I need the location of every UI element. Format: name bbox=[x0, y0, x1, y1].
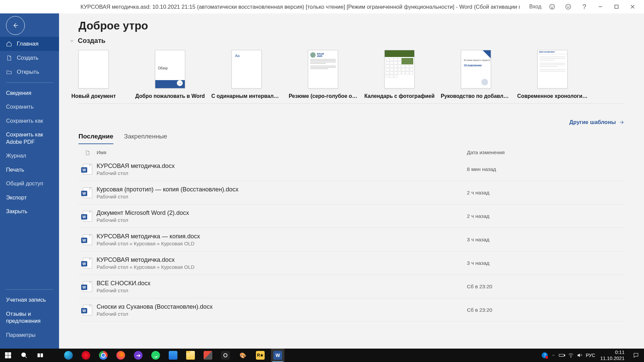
app-whatsapp[interactable] bbox=[149, 349, 162, 362]
titlebar: КУРСОВАЯ методичка.asd: 10.10.2021 21:15… bbox=[0, 0, 644, 13]
app-explorer[interactable] bbox=[184, 349, 197, 362]
file-info: КУРСОВАЯ методичка.docx Рабочий стол bbox=[97, 163, 467, 176]
file-name: КУРСОВАЯ методичка.docx bbox=[97, 163, 467, 170]
app-paint[interactable]: 🎨 bbox=[236, 349, 250, 362]
file-path: Рабочий стол bbox=[97, 217, 467, 223]
face-happy-icon[interactable] bbox=[544, 0, 560, 13]
nav-options[interactable]: Параметры bbox=[0, 328, 59, 342]
minimize-button[interactable] bbox=[592, 0, 608, 13]
tray-volume-icon[interactable] bbox=[575, 349, 584, 362]
app-firefox[interactable] bbox=[114, 349, 127, 362]
chevron-down-icon bbox=[69, 38, 74, 44]
file-icon bbox=[78, 164, 97, 175]
template-thumb bbox=[384, 50, 415, 88]
tray-help-icon[interactable]: ? bbox=[540, 349, 549, 362]
tray-lang[interactable]: РУС bbox=[584, 349, 597, 362]
file-row[interactable]: Сноски из Суханова (Восстановлен).docx Р… bbox=[78, 298, 625, 322]
col-date[interactable]: Дата изменения bbox=[467, 149, 625, 156]
file-name: КУРСОВАЯ методичка — копия.docx bbox=[97, 233, 467, 240]
nav-export[interactable]: Экспорт bbox=[0, 191, 59, 204]
clock-date: 11.10.2021 bbox=[600, 355, 625, 361]
file-date: Сб в 23:20 bbox=[467, 284, 625, 290]
app-rockstar[interactable]: R★ bbox=[254, 349, 267, 362]
nav-save-as[interactable]: Сохранить как bbox=[0, 114, 59, 128]
nav-open[interactable]: Открыть bbox=[0, 65, 59, 79]
divider bbox=[78, 103, 625, 104]
task-view-button[interactable] bbox=[32, 349, 48, 362]
separator bbox=[6, 82, 53, 83]
login-link[interactable]: Вход bbox=[529, 4, 541, 10]
nav-feedback[interactable]: Отзывы и предложения bbox=[0, 307, 59, 328]
nav-account[interactable]: Учетная запись bbox=[0, 293, 59, 307]
template-toc-guide[interactable]: Вставка вашего первого Оглавление Руково… bbox=[461, 50, 491, 99]
app-opera[interactable] bbox=[79, 349, 93, 362]
create-section-toggle[interactable]: Создать bbox=[69, 37, 644, 45]
back-button[interactable] bbox=[6, 16, 25, 35]
template-blank[interactable]: Новый документ bbox=[78, 50, 109, 99]
taskbar: ➔ 🎨 R★ W ? РУС 0:11 11.10.2021 bbox=[0, 349, 644, 362]
svg-rect-16 bbox=[38, 354, 40, 357]
template-welcome[interactable]: Обзор → Добро пожаловать в Word bbox=[155, 50, 185, 99]
app-edge[interactable] bbox=[62, 349, 75, 362]
file-icon bbox=[78, 187, 97, 198]
tab-pinned[interactable]: Закрепленные bbox=[124, 133, 167, 144]
document-icon bbox=[6, 55, 12, 61]
file-info: Сноски из Суханова (Восстановлен).docx Р… bbox=[97, 303, 467, 317]
home-icon bbox=[6, 41, 12, 47]
file-icon bbox=[78, 211, 97, 222]
tray-battery-icon[interactable] bbox=[558, 349, 567, 362]
file-info: КУРСОВАЯ методичка.docx Рабочий стол » К… bbox=[97, 256, 467, 270]
app-purple[interactable]: ➔ bbox=[131, 349, 145, 362]
start-button[interactable] bbox=[0, 349, 16, 362]
titlebar-controls: Вход ? bbox=[529, 0, 641, 13]
tab-recent[interactable]: Последние bbox=[78, 133, 113, 144]
file-name: Сноски из Суханова (Восстановлен).docx bbox=[97, 303, 467, 310]
app-ccleaner[interactable] bbox=[201, 349, 215, 362]
template-chrono-resume[interactable]: ИМЯ ФАМИЛИЯ Современное хронологи… bbox=[537, 50, 568, 99]
nav-create[interactable]: Создать bbox=[0, 51, 59, 65]
file-name: Документ Microsoft Word (2).docx bbox=[97, 209, 467, 217]
nav-home[interactable]: Главная bbox=[0, 37, 59, 51]
template-calendar[interactable]: Календарь с фотографией bbox=[384, 50, 415, 99]
tray-wifi-icon[interactable] bbox=[567, 349, 575, 362]
col-name[interactable]: Имя bbox=[97, 149, 467, 156]
file-row[interactable]: ВСЕ СНОСКИ.docx Рабочий стол Сб в 23:20 bbox=[78, 275, 625, 298]
tray-chevron-up-icon[interactable] bbox=[549, 349, 558, 362]
tray-clock[interactable]: 0:11 11.10.2021 bbox=[597, 349, 628, 361]
file-row[interactable]: Курсовая (прототип) — копия (Восстановле… bbox=[78, 181, 625, 204]
file-info: Курсовая (прототип) — копия (Восстановле… bbox=[97, 186, 467, 199]
svg-point-5 bbox=[569, 6, 569, 6]
svg-point-0 bbox=[550, 4, 555, 9]
template-thumb: Обзор → bbox=[155, 50, 185, 88]
nav-close[interactable]: Закрыть bbox=[0, 204, 59, 218]
search-button[interactable] bbox=[16, 349, 32, 362]
tray-notifications-icon[interactable] bbox=[628, 349, 644, 362]
close-button[interactable] bbox=[625, 0, 641, 13]
svg-point-2 bbox=[553, 6, 553, 6]
maximize-button[interactable] bbox=[608, 0, 625, 13]
more-templates-link[interactable]: Другие шаблоны bbox=[59, 119, 625, 125]
file-row[interactable]: КУРСОВАЯ методичка.docx Рабочий стол 8 м… bbox=[78, 158, 625, 181]
svg-point-1 bbox=[551, 6, 551, 6]
help-icon[interactable]: ? bbox=[576, 0, 592, 13]
nav-share[interactable]: Общий доступ bbox=[0, 177, 59, 190]
nav-save[interactable]: Сохранить bbox=[0, 100, 59, 114]
file-row[interactable]: КУРСОВАЯ методичка — копия.docx Рабочий … bbox=[78, 228, 625, 251]
file-row[interactable]: КУРСОВАЯ методичка.docx Рабочий стол » К… bbox=[78, 251, 625, 275]
face-sad-icon[interactable] bbox=[560, 0, 576, 13]
app-chrome[interactable] bbox=[97, 349, 110, 362]
nav-print[interactable]: Печать bbox=[0, 163, 59, 177]
app-mail[interactable] bbox=[166, 349, 180, 362]
file-icon-col bbox=[78, 149, 97, 156]
template-thumb: ВАШЕИМЯ bbox=[308, 50, 338, 88]
nav-info[interactable]: Сведения bbox=[0, 86, 59, 100]
nav-save-pdf[interactable]: Сохранить как Adobe PDF bbox=[0, 128, 59, 149]
nav-history[interactable]: Журнал bbox=[0, 149, 59, 163]
svg-line-15 bbox=[25, 356, 27, 358]
template-single-spaced[interactable]: Aa С одинарным интервало… bbox=[231, 50, 262, 99]
file-date: 2 ч назад bbox=[467, 190, 625, 196]
template-resume[interactable]: ВАШЕИМЯ Резюме (серо-голубое о… bbox=[308, 50, 338, 99]
file-row[interactable]: Документ Microsoft Word (2).docx Рабочий… bbox=[78, 204, 625, 228]
app-camera[interactable] bbox=[219, 349, 232, 362]
app-word[interactable]: W bbox=[271, 349, 284, 362]
